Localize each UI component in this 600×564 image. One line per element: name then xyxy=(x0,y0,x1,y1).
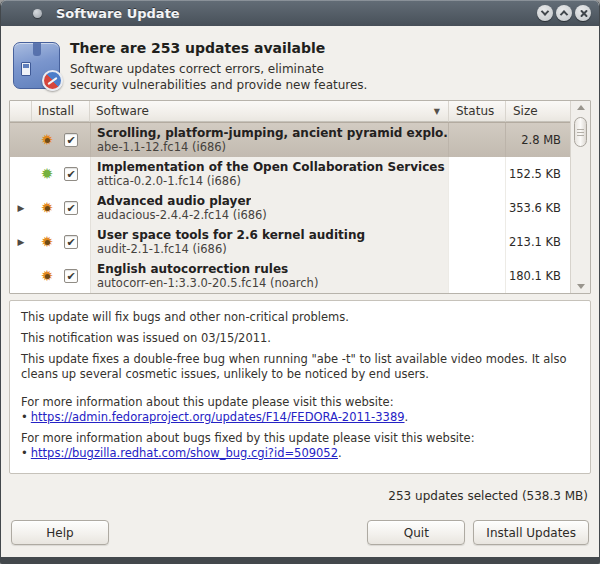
install-checkbox[interactable]: ✔ xyxy=(64,269,78,283)
row-software-cell[interactable]: Implementation of the Open Collaboration… xyxy=(90,157,449,191)
scroll-down-icon xyxy=(577,284,585,289)
row-software-cell[interactable]: User space tools for 2.6 kernel auditing… xyxy=(90,225,449,259)
header-text: There are 253 updates available Software… xyxy=(70,38,367,98)
header-section: There are 253 updates available Software… xyxy=(1,26,599,98)
table-row-audit[interactable]: ▶ ✹ ✔ User space tools for 2.6 kernel au… xyxy=(10,225,570,259)
row-install-cell: ✹ ✔ xyxy=(32,225,90,259)
row-expander[interactable] xyxy=(10,259,32,293)
column-header-size[interactable]: Size xyxy=(506,101,570,122)
scroll-up-button[interactable] xyxy=(577,101,585,114)
window-title: Software Update xyxy=(56,6,180,21)
bugfix-update-icon: ✹ xyxy=(39,201,55,215)
help-button[interactable]: Help xyxy=(11,520,109,545)
page-title: There are 253 updates available xyxy=(70,40,367,56)
row-install-cell: ✹ ✔ xyxy=(32,259,90,293)
link-suffix: . xyxy=(338,446,342,460)
scrollbar-grip-icon xyxy=(577,129,584,136)
details-info-label: For more information about bugs fixed by… xyxy=(21,431,579,461)
row-install-cell: ✹ ✔ xyxy=(32,157,90,191)
column-header-status[interactable]: Status xyxy=(449,101,506,122)
table-row-abe[interactable]: ✹ ✔ Scrolling, platform-jumping, ancient… xyxy=(10,122,570,157)
row-size-cell: 2.8 MB xyxy=(506,123,570,157)
package-summary: User space tools for 2.6 kernel auditing xyxy=(97,228,365,242)
details-line: This update will fix bugs and other non-… xyxy=(21,310,579,325)
bugfix-update-icon: ✹ xyxy=(39,133,55,147)
row-status-cell xyxy=(449,259,506,293)
package-name: autocorr-en-1:3.3.0-20.5.fc14 (noarch) xyxy=(97,276,318,290)
window-shade-button[interactable] xyxy=(537,5,553,21)
enhancement-update-icon: ✹ xyxy=(39,167,55,181)
window-menu-icon[interactable] xyxy=(33,9,42,18)
bugfix-update-icon: ✹ xyxy=(39,269,55,283)
row-expander[interactable] xyxy=(10,157,32,191)
row-size-cell: 180.1 KB xyxy=(506,259,570,293)
package-summary: Implementation of the Open Collaboration… xyxy=(97,160,449,174)
row-expander-icon[interactable]: ▶ xyxy=(10,191,32,225)
update-info-link[interactable]: https://admin.fedoraproject.org/updates/… xyxy=(31,410,405,424)
table-header-row: Install Software ▼ Status Size xyxy=(10,101,570,122)
window-controls xyxy=(537,5,591,21)
window-maximize-button[interactable] xyxy=(556,5,572,21)
bullet-icon: • xyxy=(21,446,28,460)
chevron-up-icon xyxy=(560,10,568,18)
header-subtitle: Software updates correct errors, elimina… xyxy=(70,61,367,93)
row-install-cell: ✹ ✔ xyxy=(32,123,90,157)
row-status-cell xyxy=(449,225,506,259)
table-row-attica[interactable]: ✹ ✔ Implementation of the Open Collabora… xyxy=(10,157,570,191)
refresh-emblem-icon xyxy=(42,70,63,91)
vertical-scrollbar[interactable] xyxy=(570,101,590,293)
scroll-up-icon xyxy=(577,105,585,110)
quit-button[interactable]: Quit xyxy=(367,520,465,545)
table-row-audacious[interactable]: ▶ ✹ ✔ Advanced audio player audacious-2.… xyxy=(10,191,570,225)
row-expander-icon[interactable]: ▶ xyxy=(10,225,32,259)
table-body: ✹ ✔ Scrolling, platform-jumping, ancient… xyxy=(10,122,570,293)
link-suffix: . xyxy=(405,410,409,424)
update-details-pane[interactable]: This update will fix bugs and other non-… xyxy=(9,300,591,474)
column-header-expander[interactable] xyxy=(10,101,32,122)
column-header-software[interactable]: Software ▼ xyxy=(90,101,449,122)
titlebar[interactable]: Software Update xyxy=(1,0,599,26)
row-size-cell: 152.5 KB xyxy=(506,157,570,191)
details-line: This notification was issued on 03/15/20… xyxy=(21,331,579,346)
install-checkbox[interactable]: ✔ xyxy=(64,201,78,215)
row-software-cell[interactable]: English autocorrection rules autocorr-en… xyxy=(90,259,449,293)
software-update-window: Software Update There are 253 updates av… xyxy=(0,0,600,564)
software-updater-icon xyxy=(13,42,60,89)
action-button-row: Help Quit Install Updates xyxy=(11,520,589,545)
scrollbar-thumb[interactable] xyxy=(574,117,587,147)
package-name: audacious-2.4.4-2.fc14 (i686) xyxy=(97,208,267,222)
package-name: attica-0.2.0-1.fc14 (i686) xyxy=(97,174,241,188)
selection-summary: 253 updates selected (538.3 MB) xyxy=(1,474,599,510)
install-updates-button[interactable]: Install Updates xyxy=(473,520,589,545)
sort-descending-icon: ▼ xyxy=(434,107,440,116)
install-checkbox[interactable]: ✔ xyxy=(64,167,78,181)
package-summary: Scrolling, platform-jumping, ancient pyr… xyxy=(97,126,449,140)
row-software-cell[interactable]: Advanced audio player audacious-2.4.4-2.… xyxy=(90,191,449,225)
install-checkbox[interactable]: ✔ xyxy=(64,133,78,147)
table-row-autocorr[interactable]: ✹ ✔ English autocorrection rules autocor… xyxy=(10,259,570,293)
updates-table: Install Software ▼ Status Size ✹ ✔ Scrol… xyxy=(9,100,591,294)
package-summary: English autocorrection rules xyxy=(97,262,288,276)
package-summary: Advanced audio player xyxy=(97,194,251,208)
bullet-icon: • xyxy=(21,410,28,424)
row-expander[interactable] xyxy=(10,123,32,157)
details-info-label-text: For more information about bugs fixed by… xyxy=(21,431,475,445)
bugzilla-link[interactable]: https://bugzilla.redhat.com/show_bug.cgi… xyxy=(31,446,338,460)
package-glyph xyxy=(21,62,31,76)
install-checkbox[interactable]: ✔ xyxy=(64,235,78,249)
package-name: abe-1.1-12.fc14 (i686) xyxy=(97,140,226,154)
row-software-cell[interactable]: Scrolling, platform-jumping, ancient pyr… xyxy=(90,123,449,157)
close-icon xyxy=(579,9,588,18)
bugfix-update-icon: ✹ xyxy=(39,235,55,249)
window-close-button[interactable] xyxy=(575,5,591,21)
column-header-install[interactable]: Install xyxy=(32,101,90,122)
header-subtitle-line1: Software updates correct errors, elimina… xyxy=(70,62,324,76)
scroll-down-button[interactable] xyxy=(577,280,585,293)
details-line: This update fixes a double-free bug when… xyxy=(21,352,579,382)
row-status-cell xyxy=(449,123,506,157)
row-size-cell: 353.6 KB xyxy=(506,191,570,225)
details-info-label: For more information about this update p… xyxy=(21,395,579,425)
row-install-cell: ✹ ✔ xyxy=(32,191,90,225)
row-status-cell xyxy=(449,157,506,191)
chevron-down-icon xyxy=(541,7,549,15)
